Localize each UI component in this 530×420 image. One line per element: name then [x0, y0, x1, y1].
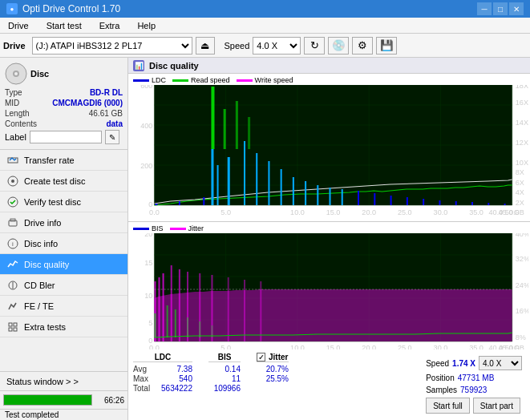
svg-text:30.0: 30.0 — [434, 344, 448, 349]
position-info: Position 47731 MB — [426, 374, 522, 382]
nav-fe-te[interactable]: FE / TE — [0, 296, 127, 317]
close-button[interactable]: ✕ — [509, 2, 524, 15]
label-edit-button[interactable]: ✎ — [105, 130, 119, 144]
svg-text:18X: 18X — [516, 85, 528, 90]
title-bar: ● Opti Drive Control 1.70 ─ □ ✕ — [0, 0, 530, 18]
position-label: Position — [426, 374, 455, 382]
svg-text:20: 20 — [144, 233, 152, 238]
speed-select[interactable]: 4.0 X — [253, 37, 301, 55]
save-button[interactable]: 💾 — [376, 37, 397, 55]
bis-legend-label: BIS — [152, 224, 164, 232]
ldc-legend-color — [133, 79, 149, 82]
jitter-legend-color — [170, 228, 186, 230]
svg-rect-82 — [224, 109, 226, 149]
nav-disc-quality[interactable]: Disc quality — [0, 254, 127, 275]
chart2-legend: BIS Jitter — [130, 224, 528, 233]
nav-create-test-disc[interactable]: Create test disc — [0, 171, 127, 192]
jitter-avg-value: 20.7% — [257, 365, 289, 374]
mid-label: MID — [5, 99, 19, 107]
bis-legend-color — [133, 228, 149, 230]
type-label: Type — [5, 88, 22, 97]
svg-rect-71 — [358, 191, 359, 205]
nav-verify-test-disc[interactable]: Verify test disc — [0, 192, 127, 212]
svg-text:8%: 8% — [516, 333, 526, 341]
read-speed-legend-label: Read speed — [191, 76, 230, 84]
start-full-button[interactable]: Start full — [426, 398, 470, 414]
progress-bar-fill — [4, 395, 91, 405]
jitter-legend-label: Jitter — [188, 224, 204, 232]
disc-quality-icon — [6, 258, 19, 271]
svg-text:40%: 40% — [516, 233, 528, 238]
menu-extra[interactable]: Extra — [95, 19, 125, 32]
drive-select[interactable]: (J:) ATAPI iHBS312 2 PL17 — [32, 37, 192, 55]
menu-start-test[interactable]: Start test — [42, 19, 87, 32]
svg-text:12X: 12X — [516, 139, 528, 147]
svg-text:30.0: 30.0 — [434, 208, 448, 215]
svg-rect-130 — [244, 280, 245, 341]
svg-text:0.0: 0.0 — [149, 208, 160, 215]
chart1-svg: 600 400 200 0 0.0 5.0 10.0 15.0 20.0 25.… — [130, 85, 528, 215]
svg-rect-74 — [407, 197, 408, 205]
create-test-disc-icon — [6, 175, 19, 188]
svg-text:4X: 4X — [516, 188, 524, 196]
refresh-button[interactable]: ↻ — [304, 37, 325, 55]
nav-disc-info[interactable]: i Disc info — [0, 233, 127, 254]
speed-select2[interactable]: 4.0 X — [479, 356, 522, 370]
svg-text:200: 200 — [140, 162, 152, 170]
status-area: Status window > > 66:26 Test completed — [0, 371, 127, 420]
minimize-button[interactable]: ─ — [477, 2, 492, 15]
nav-cd-bler[interactable]: CD Bler — [0, 275, 127, 296]
svg-text:24%: 24% — [516, 281, 528, 289]
nav-items: Transfer rate Create test disc Verify te… — [0, 150, 127, 371]
svg-rect-69 — [330, 188, 331, 205]
svg-text:10X: 10X — [516, 159, 528, 167]
svg-rect-137 — [211, 325, 212, 337]
svg-rect-68 — [317, 185, 318, 205]
svg-rect-16 — [14, 328, 17, 331]
bottom-panel: LDC Avg 7.38 Max 540 Total 5634222 — [128, 349, 530, 420]
status-window-button[interactable]: Status window > > — [0, 372, 127, 391]
menu-drive[interactable]: Drive — [3, 19, 34, 32]
jitter-checkbox[interactable]: ✓ — [257, 353, 265, 361]
label-input[interactable] — [30, 131, 102, 143]
chart2-svg: 20 15 10 5 0 0.0 5.0 10.0 15.0 20.0 25.0… — [130, 233, 528, 349]
start-part-button[interactable]: Start part — [473, 398, 520, 414]
svg-text:GB: GB — [514, 344, 524, 349]
eject-button[interactable]: ⏏ — [196, 37, 215, 55]
svg-rect-66 — [293, 177, 294, 205]
svg-text:8X: 8X — [516, 168, 524, 176]
svg-rect-78 — [471, 202, 473, 205]
svg-text:20.0: 20.0 — [362, 344, 376, 349]
svg-rect-77 — [455, 201, 457, 205]
svg-rect-75 — [423, 199, 424, 205]
mid-value: CMCMAGDI6 (000) — [52, 99, 123, 107]
svg-rect-135 — [187, 317, 188, 337]
svg-text:15.0: 15.0 — [326, 208, 341, 215]
write-speed-legend-color — [237, 79, 253, 82]
bis-total-value: 109966 — [208, 384, 241, 393]
svg-text:i: i — [12, 240, 14, 248]
status-window-label: Status window > > — [6, 377, 79, 386]
menu-help[interactable]: Help — [132, 19, 160, 32]
svg-text:20.0: 20.0 — [362, 208, 376, 215]
disc-button[interactable]: 💿 — [328, 37, 349, 55]
extra-tests-icon — [6, 321, 19, 333]
svg-rect-81 — [211, 87, 214, 149]
nav-drive-info-label: Drive info — [24, 218, 61, 228]
bis-avg-value: 0.14 — [208, 365, 241, 374]
sidebar: Disc Type BD-R DL MID CMCMAGDI6 (000) Le… — [0, 58, 128, 420]
svg-text:14X: 14X — [516, 119, 528, 127]
svg-text:0: 0 — [148, 200, 152, 208]
svg-text:35.0: 35.0 — [469, 208, 483, 215]
svg-text:10.0: 10.0 — [290, 344, 305, 349]
nav-extra-tests[interactable]: Extra tests — [0, 317, 127, 337]
svg-rect-61 — [228, 157, 230, 205]
length-label: Length — [5, 109, 30, 118]
svg-text:5: 5 — [148, 319, 152, 327]
nav-transfer-rate[interactable]: Transfer rate — [0, 150, 127, 171]
nav-drive-info[interactable]: Drive info — [0, 212, 127, 233]
maximize-button[interactable]: □ — [493, 2, 508, 15]
settings-button[interactable]: ⚙ — [352, 37, 373, 55]
svg-text:25.0: 25.0 — [398, 208, 412, 215]
type-value: BD-R DL — [90, 88, 123, 97]
